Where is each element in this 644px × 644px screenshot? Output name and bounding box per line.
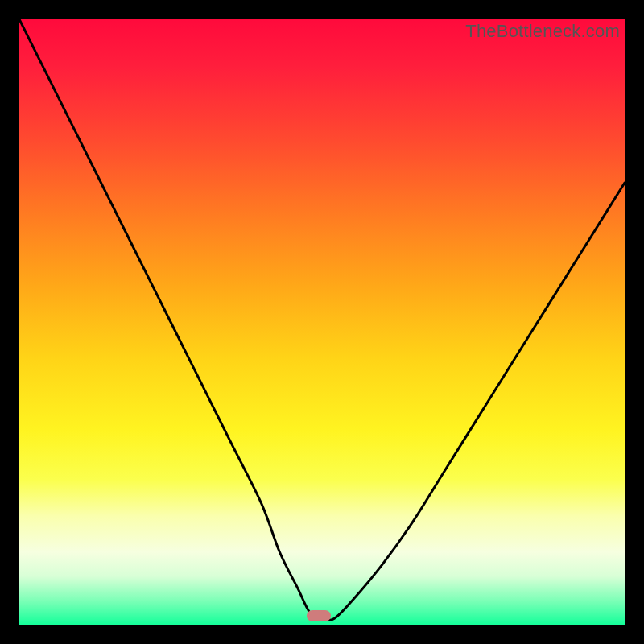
bottleneck-curve — [19, 19, 625, 625]
plot-area: TheBottleneck.com — [19, 19, 625, 625]
watermark-text: TheBottleneck.com — [465, 21, 620, 42]
chart-frame: TheBottleneck.com — [0, 0, 644, 644]
optimum-marker — [307, 610, 331, 621]
